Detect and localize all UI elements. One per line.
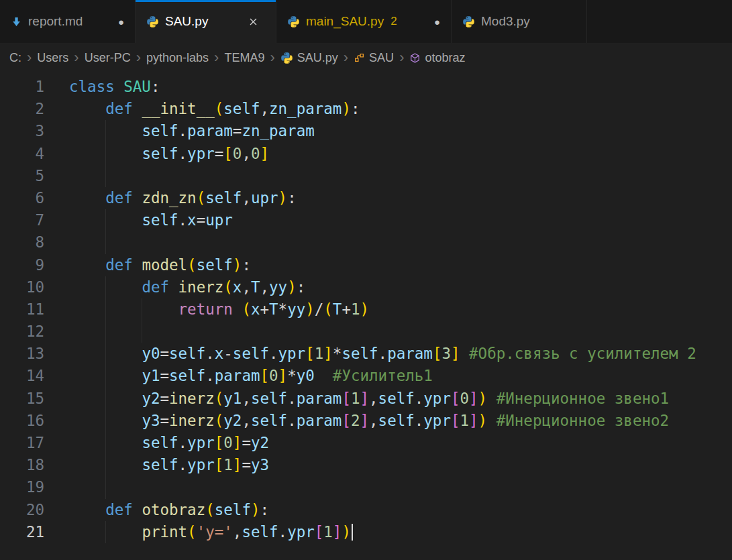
code-token: self <box>233 345 269 362</box>
breadcrumb-label: C: <box>9 51 21 65</box>
code-line-content[interactable]: self.ypr=[0,0] <box>69 143 732 165</box>
chevron-right-icon: › <box>74 50 79 65</box>
code-token: 0 <box>460 390 470 407</box>
code-token: . <box>415 412 424 429</box>
code-token: . <box>415 390 424 407</box>
tab-mod3-py[interactable]: Mod3.py <box>452 0 587 43</box>
code-line-content[interactable]: def otobraz(self): <box>69 499 732 521</box>
code-token: , <box>242 278 251 296</box>
breadcrumb-item-tema9[interactable]: TEMA9 <box>224 51 264 65</box>
code-token: self <box>378 390 415 407</box>
code-token: param <box>387 345 433 362</box>
code-token: yy <box>269 278 287 296</box>
code-token: def <box>105 189 142 207</box>
code-token: ( <box>215 412 224 429</box>
code-line: 18 self.ypr[1]=y3 <box>0 454 732 476</box>
code-token: 0 <box>251 145 260 162</box>
code-token <box>69 100 105 117</box>
code-token: ypr <box>287 523 315 541</box>
code-token: ( <box>197 189 206 207</box>
code-token: ( <box>323 300 333 318</box>
code-token: , <box>260 278 269 296</box>
code-line-content[interactable]: return (x+T*yy)/(T+1) <box>69 298 732 321</box>
code-token: SAU <box>123 78 151 95</box>
code-line-content[interactable]: def model(self): <box>69 254 732 276</box>
code-token: y0 <box>297 367 315 384</box>
code-token: [ <box>342 390 351 407</box>
code-token: ] <box>333 523 342 541</box>
line-number: 3 <box>0 120 44 142</box>
breadcrumb-item-user-pc[interactable]: User-PC <box>85 51 131 65</box>
code-line: 1class SAU: <box>0 76 732 98</box>
tab-main-sau-py[interactable]: main_SAU.py2● <box>276 0 452 43</box>
code-editor[interactable]: 1class SAU:2 def __init__(self,zn_param)… <box>0 72 732 543</box>
indent-guide <box>105 343 106 365</box>
code-token: ] <box>469 412 478 429</box>
code-line-content[interactable] <box>69 165 732 187</box>
code-line-content[interactable] <box>69 231 732 254</box>
vscode-window: { "theme": { "accent": "#0078d4", "warni… <box>0 0 732 560</box>
editor-tab-bar: report.md●SAU.pymain_SAU.py2●Mod3.py <box>0 0 732 43</box>
chevron-right-icon: › <box>27 50 32 65</box>
code-token: = <box>242 456 251 473</box>
tab-sau-py[interactable]: SAU.py <box>136 0 276 43</box>
code-token: : <box>151 78 160 95</box>
code-token <box>69 189 105 207</box>
code-line-content[interactable]: y0=self.x-self.ypr[1]*self.param[3] #Обр… <box>69 343 732 365</box>
code-token: . <box>205 345 215 362</box>
code-token: , <box>242 412 251 429</box>
code-token: self <box>378 412 415 429</box>
code-token: ) <box>478 390 488 407</box>
code-token: yy <box>287 300 305 318</box>
code-token: [ <box>305 345 315 362</box>
code-line: 9 def model(self): <box>0 254 732 276</box>
code-token: ) <box>360 300 370 318</box>
breadcrumb-item-python-labs[interactable]: python-labs <box>146 51 209 65</box>
code-token: #Инерционное звено1 <box>496 390 669 407</box>
code-token: param <box>297 390 342 407</box>
line-number: 16 <box>0 410 44 432</box>
code-line-content[interactable]: def zdn_zn(self,upr): <box>69 187 732 209</box>
code-line-content[interactable]: self.ypr[0]=y2 <box>69 432 732 454</box>
code-token <box>69 300 178 318</box>
code-token: zn_param <box>242 122 314 139</box>
code-line-content[interactable] <box>69 321 732 343</box>
code-token: + <box>342 300 351 318</box>
breadcrumb-item-otobraz[interactable]: otobraz <box>409 51 465 65</box>
python-icon <box>280 52 293 64</box>
code-token: x <box>215 345 224 362</box>
indent-guide <box>105 432 106 454</box>
code-line-content[interactable]: print('y=',self.ypr[1]) <box>69 521 732 543</box>
modified-dot-icon[interactable]: ● <box>118 16 124 27</box>
breadcrumb-item-users[interactable]: Users <box>37 51 68 65</box>
method-icon <box>409 52 421 64</box>
code-line-content[interactable]: y2=inerz(y1,self.param[1],self.ypr[0]) #… <box>69 388 732 410</box>
code-token: 1 <box>315 345 324 362</box>
breadcrumb-item-c[interactable]: C: <box>9 51 21 65</box>
code-line-content[interactable] <box>69 476 732 498</box>
line-number: 4 <box>0 143 44 165</box>
code-line-content[interactable]: def inerz(x,T,yy): <box>69 276 732 298</box>
modified-dot-icon[interactable]: ● <box>434 16 440 27</box>
close-icon[interactable] <box>248 16 259 27</box>
breadcrumb-label: otobraz <box>425 51 465 65</box>
code-token: [ <box>215 434 224 451</box>
breadcrumb-item-sau-py[interactable]: SAU.py <box>280 51 338 65</box>
indent-guide <box>142 298 142 321</box>
code-line-content[interactable]: self.param=zn_param <box>69 120 732 142</box>
breadcrumb-item-sau[interactable]: SAU <box>354 51 394 65</box>
code-line-content[interactable]: class SAU: <box>69 76 732 98</box>
code-token: , <box>369 412 378 429</box>
code-token <box>487 412 496 429</box>
code-line-content[interactable]: def __init__(self,zn_param): <box>69 98 732 120</box>
code-line: 11 return (x+T*yy)/(T+1) <box>0 298 732 321</box>
code-line-content[interactable]: y3=inerz(y2,self.param[2],self.ypr[1]) #… <box>69 410 732 432</box>
code-line-content[interactable]: self.ypr[1]=y3 <box>69 454 732 476</box>
tab-report-md[interactable]: report.md● <box>0 0 136 43</box>
code-line: 15 y2=inerz(y1,self.param[1],self.ypr[0]… <box>0 388 732 410</box>
code-line-content[interactable]: self.x=upr <box>69 209 732 231</box>
code-token: * <box>287 367 297 384</box>
code-token: T <box>333 300 342 318</box>
code-line-content[interactable]: y1=self.param[0]*y0 #Усилитель1 <box>69 365 732 387</box>
code-token: ] <box>360 390 370 407</box>
